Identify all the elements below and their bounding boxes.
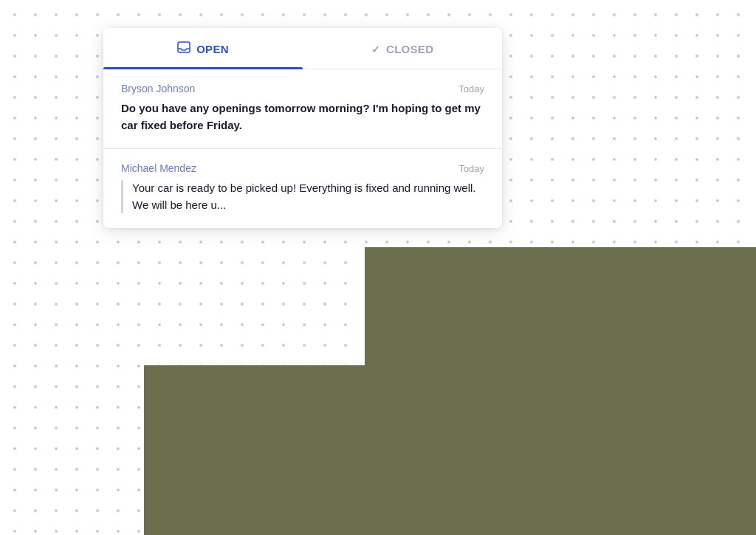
tab-bar: OPEN ✓ CLOSED xyxy=(103,28,502,69)
conversation-header-2: Michael Mendez Today xyxy=(121,162,484,174)
tab-closed[interactable]: ✓ CLOSED xyxy=(303,28,502,69)
sender-name-1: Bryson Johnson xyxy=(121,83,195,94)
message-with-border-2: Your car is ready to be picked up! Every… xyxy=(121,180,484,213)
tab-open-label: OPEN xyxy=(196,43,229,55)
tab-closed-label: CLOSED xyxy=(386,43,433,55)
timestamp-2: Today xyxy=(458,163,484,174)
conversation-header-1: Bryson Johnson Today xyxy=(121,83,484,94)
conversation-card: OPEN ✓ CLOSED Bryson Johnson Today Do yo… xyxy=(103,28,502,228)
check-icon: ✓ xyxy=(371,44,380,55)
tab-open[interactable]: OPEN xyxy=(103,28,303,69)
svg-rect-0 xyxy=(178,42,190,52)
conversation-item-1[interactable]: Bryson Johnson Today Do you have any ope… xyxy=(103,69,502,149)
message-text-1: Do you have any openings tomorrow mornin… xyxy=(121,100,484,134)
message-text-2: Your car is ready to be picked up! Every… xyxy=(132,180,484,213)
left-border-2 xyxy=(121,180,123,213)
conversation-item-2[interactable]: Michael Mendez Today Your car is ready t… xyxy=(103,149,502,228)
timestamp-1: Today xyxy=(458,83,484,94)
inbox-icon xyxy=(177,41,190,57)
sender-name-2: Michael Mendez xyxy=(121,162,196,174)
olive-rectangle-right xyxy=(365,247,756,535)
